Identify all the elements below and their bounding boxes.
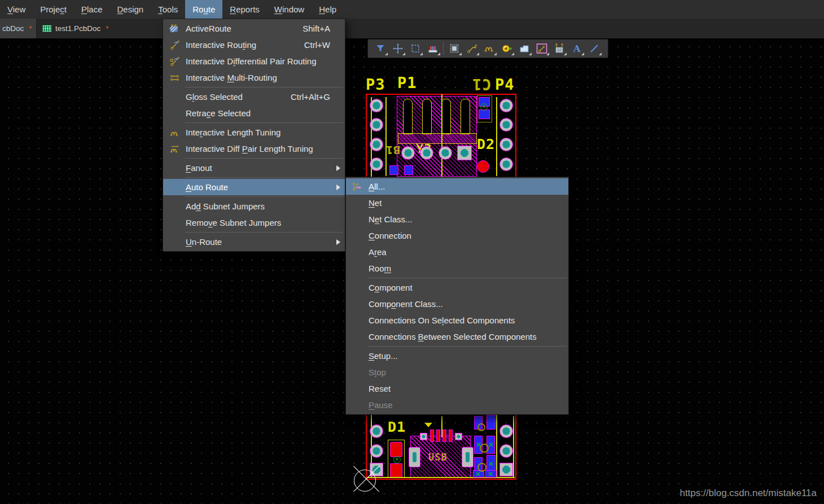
menu-item-label: Window <box>274 5 304 14</box>
menubar-item-window[interactable]: Window <box>267 0 312 19</box>
menu-separator <box>185 122 343 123</box>
route-menu-item-interactive-differential-pair-routing[interactable]: Interactive Differential Pair Routing <box>163 53 345 69</box>
route-menu-item-interactive-length-tuning[interactable]: Interactive Length Tuning <box>163 124 345 141</box>
menubar-item-tools[interactable]: Tools <box>151 0 185 19</box>
pcb-doc-icon <box>42 25 52 32</box>
auto-route-submenu: All...NetNet Class...ConnectionAreaRoomC… <box>345 177 569 415</box>
auto-route-item-net-class[interactable]: Net Class... <box>346 211 568 227</box>
menu-item-label: Fanout <box>186 163 212 173</box>
menubar-item-place[interactable]: Place <box>74 0 110 19</box>
menu-separator <box>185 196 343 197</box>
toolbar-select-area-icon[interactable] <box>406 41 424 56</box>
pcb-label-p4: P4 <box>495 77 515 92</box>
menu-item-label: Tools <box>158 5 178 14</box>
menu-item-label: Route <box>192 5 215 14</box>
menu-item-label: Component <box>369 283 413 292</box>
route-menu-item-add-subnet-jumpers[interactable]: Add Subnet Jumpers <box>163 198 345 214</box>
toolbar-length-tuning-icon[interactable] <box>480 41 498 56</box>
menu-item-label: Design <box>117 5 144 14</box>
length-tuning-icon <box>163 128 186 137</box>
auto-route-item-net[interactable]: Net <box>346 195 568 211</box>
submenu-arrow-icon <box>336 239 340 245</box>
toolbar-move-icon[interactable] <box>389 41 406 56</box>
tab-modified-indicator: * <box>106 24 108 33</box>
menu-item-label: Remove Subnet Jumpers <box>186 218 281 227</box>
auto-route-item-connection[interactable]: Connection <box>346 227 568 244</box>
menubar-item-design[interactable]: Design <box>110 0 151 19</box>
tab-pcbdoc-partial[interactable]: cbDoc* <box>0 19 37 38</box>
toolbar-polygon-pour-icon[interactable] <box>515 41 533 56</box>
auto-route-item-connections-between-selected-components[interactable]: Connections Between Selected Components <box>346 328 568 345</box>
menu-item-label: Gloss Selected <box>186 92 243 102</box>
auto-route-item-component[interactable]: Component <box>346 279 568 296</box>
menubar-item-reports[interactable]: Reports <box>222 0 267 19</box>
menu-item-label: Reset <box>369 384 391 393</box>
diff-pair-routing-icon <box>163 57 186 66</box>
route-menu-item-interactive-diff-pair-length-tuning[interactable]: Interactive Diff Pair Length Tuning <box>163 141 345 157</box>
menubar-item-project[interactable]: Project <box>33 0 74 19</box>
route-menu-item-activeroute[interactable]: ActiveRouteShift+A <box>163 20 345 37</box>
menu-item-label: Connections Between Selected Components <box>369 332 537 341</box>
route-menu-item-un-route[interactable]: Un-Route <box>163 234 345 250</box>
menu-item-label: Retrace Selected <box>186 108 251 118</box>
pcb-label-c1: C1 <box>472 77 492 92</box>
route-menu: ActiveRouteShift+AInteractive RoutingCtr… <box>163 19 345 252</box>
auto-route-item-connections-on-selected-components[interactable]: Connections On Selected Components <box>346 312 568 328</box>
menu-shortcut: Ctrl+Alt+G <box>291 92 330 102</box>
toolbar-route-icon[interactable] <box>463 41 480 56</box>
route-menu-item-interactive-multi-routing[interactable]: Interactive Multi-Routing <box>163 69 345 86</box>
active-route-icon <box>163 24 186 33</box>
menubar-item-help[interactable]: Help <box>312 0 344 19</box>
menu-item-label: Project <box>40 5 67 14</box>
toolbar-divider <box>443 42 444 55</box>
menu-separator <box>185 232 343 233</box>
pcb-label-p1: P1 <box>397 75 417 90</box>
auto-route-item-room[interactable]: Room <box>346 260 568 277</box>
menu-item-label: Net Class... <box>369 214 413 224</box>
svg-text:A: A <box>572 43 581 54</box>
pcb-label-d2: D2 <box>477 137 495 151</box>
diff-length-tuning-icon <box>163 144 186 154</box>
menu-separator <box>368 346 567 347</box>
auto-route-item-reset[interactable]: Reset <box>346 380 568 397</box>
auto-route-all-icon <box>346 182 369 191</box>
route-menu-item-gloss-selected[interactable]: Gloss SelectedCtrl+Alt+G <box>163 89 345 105</box>
tab-label: cbDoc <box>2 24 24 33</box>
auto-route-item-area[interactable]: Area <box>346 244 568 260</box>
auto-route-item-all[interactable]: All... <box>346 178 568 195</box>
toolbar-text-icon[interactable]: A <box>568 41 585 56</box>
menu-item-label: Stop <box>369 367 386 377</box>
menu-item-label: Area <box>369 247 387 257</box>
menu-item-label: ActiveRoute <box>186 24 231 33</box>
toolbar-via-icon[interactable] <box>498 41 515 56</box>
altium-pcb-editor-window: P3 P1 C1 P4 Y2 B1 D2 D1 USB <box>0 0 824 504</box>
svg-text:10: 10 <box>557 48 562 52</box>
menu-item-label: Reports <box>230 5 260 14</box>
menu-separator <box>185 87 343 87</box>
route-menu-item-remove-subnet-jumpers[interactable]: Remove Subnet Jumpers <box>163 214 345 231</box>
tab-test1-pcbdoc[interactable]: test1.PcbDoc* <box>37 19 115 38</box>
pcb-label-p3: P3 <box>366 77 385 92</box>
toolbar-pad-stack-icon[interactable] <box>424 41 441 56</box>
menu-item-label: Interactive Length Tuning <box>186 128 280 137</box>
toolbar-filter-icon[interactable] <box>371 41 389 56</box>
auto-route-item-component-class[interactable]: Component Class... <box>346 296 568 312</box>
route-menu-item-auto-route[interactable]: Auto Route <box>163 179 345 195</box>
toolbar-dimension-icon[interactable]: 10 <box>550 41 568 56</box>
menubar-item-route[interactable]: Route <box>185 0 222 19</box>
toolbar-interactive-route-icon[interactable] <box>533 41 550 56</box>
menu-item-label: View <box>7 5 25 14</box>
menu-item-label: Interactive Routing <box>186 40 256 50</box>
toolbar-line-icon[interactable] <box>585 41 603 56</box>
route-menu-item-interactive-routing[interactable]: Interactive RoutingCtrl+W <box>163 37 345 53</box>
auto-route-item-setup[interactable]: Setup... <box>346 348 568 364</box>
menu-item-label: Place <box>81 5 103 14</box>
toolbar-component-icon[interactable] <box>445 41 463 56</box>
route-menu-item-fanout[interactable]: Fanout <box>163 160 345 176</box>
menu-item-label: Connection <box>369 231 411 240</box>
menu-item-label: Component Class... <box>369 299 443 309</box>
route-menu-item-retrace-selected[interactable]: Retrace Selected <box>163 105 345 121</box>
menu-item-label: Interactive Differential Pair Routing <box>186 56 317 66</box>
menu-item-label: Interactive Multi-Routing <box>186 73 277 82</box>
menubar-item-view[interactable]: View <box>0 0 33 19</box>
